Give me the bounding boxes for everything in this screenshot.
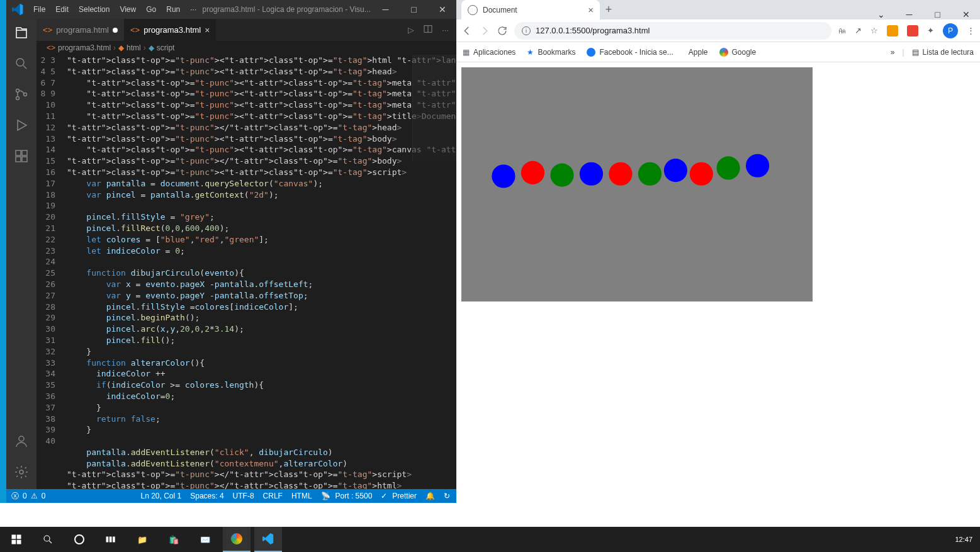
menu-···[interactable]: ··· xyxy=(185,5,201,14)
cursor-position[interactable]: Ln 20, Col 1 xyxy=(140,492,181,500)
bookmark-item[interactable]: Facebook - Inicia se... xyxy=(587,48,673,57)
vscode-taskbar-icon[interactable] xyxy=(254,527,282,552)
window-controls: ─ □ ✕ xyxy=(371,4,456,14)
run-icon[interactable] xyxy=(14,118,29,135)
browser-tab[interactable]: Document × xyxy=(461,0,600,20)
file-explorer-icon[interactable]: 📁 xyxy=(128,527,156,552)
svg-rect-5 xyxy=(22,150,27,155)
account-icon[interactable] xyxy=(14,434,29,451)
code-content[interactable]: "t-attr">class"t-op">="t-punc"><"t-attr"… xyxy=(67,55,456,489)
prettier-status[interactable]: ✓Prettier xyxy=(381,492,417,500)
code-editor[interactable]: 2 3 4 5 6 7 8 9 10 11 12 13 14 15 16 17 … xyxy=(37,55,456,489)
cortana-button[interactable] xyxy=(65,527,93,552)
bookmark-star-icon[interactable]: ☆ xyxy=(870,26,878,35)
more-actions-icon[interactable]: ··· xyxy=(442,25,449,35)
editor-actions: ▷ ··· xyxy=(408,19,456,41)
feedback-icon[interactable]: ↻ xyxy=(444,492,450,500)
menu-selection[interactable]: Selection xyxy=(74,5,115,14)
language-mode[interactable]: HTML xyxy=(291,492,312,500)
svg-point-15 xyxy=(44,536,50,541)
chrome-chevron-icon[interactable]: ⌄ xyxy=(867,9,895,20)
svg-point-0 xyxy=(16,59,24,66)
system-tray[interactable]: 12:47 xyxy=(955,536,977,543)
apps-shortcut[interactable]: ▦Aplicaciones xyxy=(463,48,515,57)
extension2-icon[interactable] xyxy=(907,25,918,37)
eol[interactable]: CRLF xyxy=(263,492,283,500)
html-file-icon: <> xyxy=(130,25,140,35)
chrome-taskbar-icon[interactable] xyxy=(223,527,251,552)
close-button[interactable]: ✕ xyxy=(952,9,980,20)
bookmark-item[interactable]: ★Bookmarks xyxy=(527,48,575,57)
indentation[interactable]: Spaces: 4 xyxy=(190,492,223,500)
translate-icon[interactable]: 🗛 xyxy=(838,26,846,35)
svg-rect-13 xyxy=(12,540,16,544)
mail-icon[interactable]: ✉️ xyxy=(191,527,219,552)
url-text: 127.0.0.1:5500/programa3.html xyxy=(536,26,650,35)
search-button[interactable] xyxy=(34,527,62,552)
breadcrumb-file: programa3.html xyxy=(58,43,111,52)
close-tab-icon[interactable]: × xyxy=(588,4,594,15)
minimize-button[interactable]: ─ xyxy=(371,4,400,14)
bookmarks-overflow[interactable]: » xyxy=(891,48,895,57)
close-button[interactable]: ✕ xyxy=(428,4,456,14)
menu-run[interactable]: Run xyxy=(161,5,185,14)
page-canvas[interactable] xyxy=(461,67,813,301)
extensions-puzzle-icon[interactable]: ✦ xyxy=(927,26,934,35)
error-count-icon[interactable]: ⓧ xyxy=(11,491,19,502)
site-info-icon[interactable]: i xyxy=(522,26,531,35)
minimize-button[interactable]: ─ xyxy=(895,9,923,20)
forward-button[interactable] xyxy=(479,25,490,37)
svg-rect-18 xyxy=(113,537,115,543)
line-numbers: 2 3 4 5 6 7 8 9 10 11 12 13 14 15 16 17 … xyxy=(37,55,67,447)
page-viewport[interactable] xyxy=(456,62,980,503)
reload-button[interactable] xyxy=(497,25,508,37)
start-button[interactable] xyxy=(3,527,30,552)
chrome-tabstrip: Document × + ⌄ ─ □ ✕ xyxy=(456,0,980,20)
menu-view[interactable]: View xyxy=(115,5,141,14)
maximize-button[interactable]: □ xyxy=(400,4,428,14)
breadcrumb[interactable]: <> programa3.html › ◆ html › ◆ script xyxy=(37,41,456,55)
reading-list[interactable]: ▤Lista de lectura xyxy=(912,48,974,57)
extensions-icon[interactable] xyxy=(14,149,29,166)
chrome-window-controls: ⌄ ─ □ ✕ xyxy=(867,9,980,20)
back-button[interactable] xyxy=(461,25,473,37)
close-tab-icon[interactable]: × xyxy=(205,25,210,35)
menu-file[interactable]: File xyxy=(28,5,50,14)
notifications-icon[interactable]: 🔔 xyxy=(425,492,435,500)
run-file-icon[interactable]: ▷ xyxy=(408,25,414,35)
bookmarks-bar: ▦Aplicaciones ★Bookmarks Facebook - Inic… xyxy=(456,42,980,62)
svg-rect-17 xyxy=(110,537,112,543)
editor-tab[interactable]: <>programa.html xyxy=(37,19,124,41)
editor-zone: <>programa.html<>programa3.html× ▷ ··· <… xyxy=(37,19,456,489)
bookmark-item[interactable]: Google xyxy=(719,48,757,57)
task-view-button[interactable] xyxy=(97,527,125,552)
maximize-button[interactable]: □ xyxy=(923,9,952,20)
extension-icon[interactable] xyxy=(887,25,898,37)
share-icon[interactable]: ↗ xyxy=(855,26,862,35)
minimap[interactable] xyxy=(412,55,456,162)
profile-avatar[interactable]: P xyxy=(943,23,958,38)
settings-gear-icon[interactable] xyxy=(14,465,29,482)
encoding[interactable]: UTF-8 xyxy=(233,492,254,500)
source-control-icon[interactable] xyxy=(14,87,29,104)
split-editor-icon[interactable] xyxy=(423,24,433,36)
warning-count-icon[interactable]: ⚠ xyxy=(31,492,38,500)
breadcrumb-el: html xyxy=(127,43,141,52)
vscode-menu[interactable]: FileEditSelectionViewGoRun··· xyxy=(28,5,201,14)
menu-edit[interactable]: Edit xyxy=(50,5,74,14)
bookmark-item[interactable]: Apple xyxy=(685,48,708,57)
tab-label: programa3.html xyxy=(144,25,201,35)
window-title: programa3.html - Logica de programacion … xyxy=(201,5,371,14)
search-icon[interactable] xyxy=(14,56,29,73)
new-tab-button[interactable]: + xyxy=(600,3,617,16)
editor-tab[interactable]: <>programa3.html× xyxy=(124,19,216,41)
svg-rect-6 xyxy=(16,157,21,162)
live-server-port[interactable]: 📡Port : 5500 xyxy=(321,492,373,500)
chrome-menu-icon[interactable]: ⋮ xyxy=(967,26,975,35)
clock[interactable]: 12:47 xyxy=(955,536,972,543)
svg-point-8 xyxy=(19,436,24,441)
address-bar[interactable]: i 127.0.0.1:5500/programa3.html xyxy=(514,22,831,40)
store-icon[interactable]: 🛍️ xyxy=(160,527,188,552)
explorer-icon[interactable] xyxy=(14,25,29,42)
menu-go[interactable]: Go xyxy=(141,5,161,14)
